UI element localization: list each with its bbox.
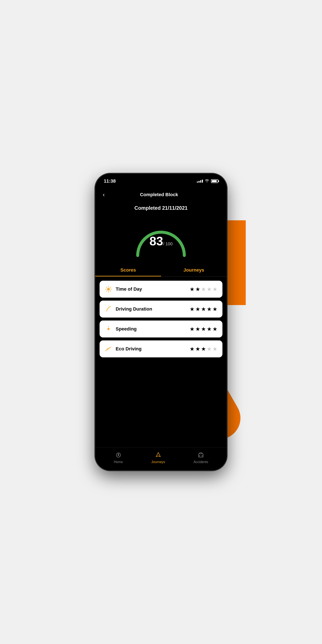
- status-time: 11:38: [104, 178, 116, 184]
- status-bar: 11:38: [95, 174, 227, 186]
- eco-icon: [105, 345, 112, 353]
- svg-point-10: [108, 328, 110, 330]
- score-label-driving-duration: Driving Duration: [116, 306, 186, 312]
- wifi-icon: [205, 179, 209, 184]
- stars-driving-duration: ★ ★ ★ ★ ★: [190, 306, 217, 312]
- status-icons: [197, 179, 218, 184]
- svg-line-5: [106, 287, 107, 288]
- stars-speeding: ★ ★ ★ ★ ★: [190, 326, 217, 332]
- svg-point-0: [107, 288, 110, 290]
- bottom-nav: Home Journeys: [95, 448, 227, 470]
- score-label-speeding: Speeding: [116, 326, 186, 332]
- back-button[interactable]: ‹: [102, 191, 106, 199]
- header: ‹ Completed Block: [95, 186, 227, 203]
- score-item-eco-driving[interactable]: Eco Driving ★ ★ ★ ★ ★: [100, 340, 222, 358]
- nav-label-journeys: Journeys: [151, 460, 165, 464]
- journeys-icon: [154, 451, 162, 459]
- nav-label-accidents: Accidents: [194, 460, 208, 464]
- gauge-container: 83/ 100: [95, 215, 227, 264]
- tab-journeys[interactable]: Journeys: [161, 264, 227, 276]
- nav-item-home[interactable]: Home: [114, 451, 123, 464]
- gauge-score: 83/ 100: [150, 235, 173, 247]
- score-list: Time of Day ★ ★ ★ ★ ★: [95, 276, 227, 448]
- svg-line-8: [106, 291, 107, 291]
- score-item-time-of-day[interactable]: Time of Day ★ ★ ★ ★ ★: [100, 281, 222, 298]
- score-item-speeding[interactable]: Speeding ★ ★ ★ ★ ★: [100, 320, 222, 338]
- nav-item-accidents[interactable]: Accidents: [194, 451, 208, 464]
- signal-icon: [197, 180, 203, 182]
- speed-icon: [105, 325, 112, 333]
- sun-icon: [105, 285, 112, 293]
- tabs: Scores Journeys: [95, 264, 227, 276]
- screen: ‹ Completed Block Completed 21/11/2021 8…: [95, 186, 227, 470]
- stars-eco-driving: ★ ★ ★ ★ ★: [190, 346, 217, 352]
- nav-label-home: Home: [114, 460, 123, 464]
- svg-point-16: [199, 456, 200, 456]
- svg-line-7: [110, 287, 110, 288]
- score-label-time-of-day: Time of Day: [116, 286, 186, 292]
- completed-date: Completed 21/11/2021: [95, 203, 227, 215]
- svg-point-11: [108, 326, 109, 327]
- phone-frame: 11:38 ‹: [95, 174, 227, 470]
- svg-rect-15: [198, 454, 203, 457]
- svg-point-9: [110, 306, 110, 307]
- gauge-max: / 100: [163, 242, 172, 246]
- battery-icon: [211, 179, 218, 183]
- header-title: Completed Block: [106, 192, 212, 198]
- svg-point-13: [118, 454, 119, 456]
- score-item-driving-duration[interactable]: Driving Duration ★ ★ ★ ★ ★: [100, 300, 222, 318]
- gauge-number: 83: [150, 234, 163, 248]
- score-label-eco-driving: Eco Driving: [116, 346, 186, 352]
- accidents-icon: [197, 451, 205, 459]
- svg-point-17: [202, 456, 202, 456]
- home-icon: [114, 451, 122, 459]
- nav-item-journeys[interactable]: Journeys: [151, 451, 165, 464]
- svg-line-6: [110, 291, 110, 291]
- gauge-wrapper: 83/ 100: [131, 217, 191, 260]
- page-wrapper: 11:38 ‹: [80, 161, 242, 483]
- tab-scores[interactable]: Scores: [95, 264, 161, 276]
- duration-icon: [105, 305, 112, 313]
- stars-time-of-day: ★ ★ ★ ★ ★: [190, 286, 217, 292]
